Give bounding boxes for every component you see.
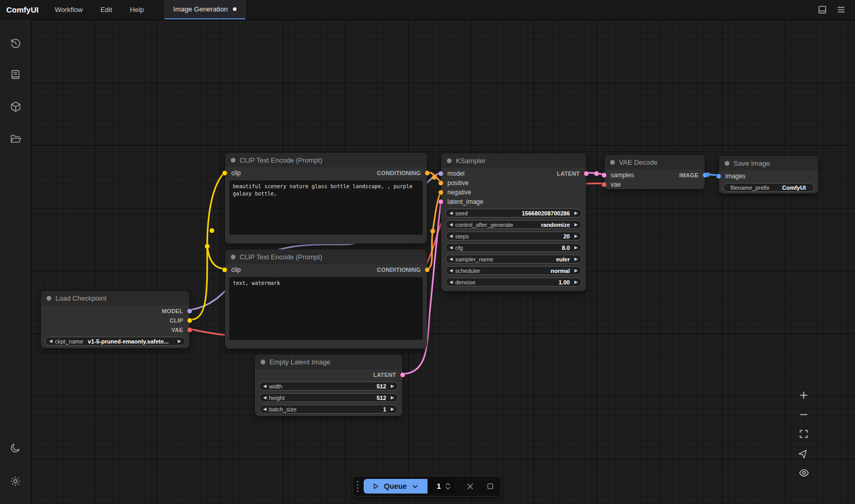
increment-arrow-icon[interactable]: ▶ [572,211,578,215]
app-logo: ComfyUI [0,0,46,19]
unsaved-changes-dot-icon [233,7,237,11]
node-title: CLIP Text Encode (Prompt) [240,253,322,261]
widget-sampler-name[interactable]: ◀ sampler_name euler ▶ [445,255,582,264]
negative-prompt-textarea[interactable]: text, watermark [229,277,423,340]
increment-arrow-icon[interactable]: ▶ [572,234,578,238]
node-header[interactable]: Load Checkpoint [41,291,189,305]
slot-row: samples IMAGE [604,170,705,180]
increment-arrow-icon[interactable]: ▶ [572,223,578,227]
drag-handle-icon[interactable] [357,481,358,492]
port-vae-input[interactable] [602,182,606,187]
increment-arrow-icon[interactable]: ▶ [572,246,578,250]
port-clip-input[interactable] [222,268,227,272]
queue-button-label: Queue [384,482,407,490]
fit-view-icon[interactable] [797,428,810,440]
node-library-icon[interactable] [0,61,31,88]
decrement-arrow-icon[interactable]: ◀ [263,384,269,388]
decrement-arrow-icon[interactable]: ◀ [49,339,55,343]
toggle-link-visibility-eye-icon[interactable] [797,466,810,479]
widget-label: control_after_generate [455,222,513,228]
increment-arrow-icon[interactable]: ▶ [572,280,578,284]
port-clip-input[interactable] [222,171,227,176]
decrement-arrow-icon[interactable]: ◀ [449,269,455,273]
stepper-down-icon[interactable] [445,486,451,490]
input-label: clip [231,169,241,177]
node-header[interactable]: VAE Decode [604,155,705,169]
increment-arrow-icon[interactable]: ▶ [572,269,578,273]
decrement-arrow-icon[interactable]: ◀ [263,396,269,400]
port-image-output[interactable] [703,173,707,178]
node-header[interactable]: Empty Latent Image [255,354,402,369]
positive-prompt-textarea[interactable]: beautiful scenery nature glass bottle la… [229,180,423,235]
node-status-dot-icon [610,160,615,165]
port-latent-output[interactable] [584,171,589,176]
widget-control-after-generate[interactable]: ◀ control_after_generate randomize ▶ [445,220,582,229]
queue-button[interactable]: Queue [364,479,428,494]
widget-steps[interactable]: ◀ steps 20 ▶ [445,232,582,240]
port-model-output[interactable] [187,309,192,314]
port-conditioning-output[interactable] [425,268,430,272]
theme-toggle-moon-icon[interactable] [0,434,31,461]
decrement-arrow-icon[interactable]: ◀ [449,211,455,215]
node-status-dot-icon [447,158,452,163]
zoom-out-icon[interactable] [797,408,810,421]
port-negative-input[interactable] [438,190,443,195]
widget-cfg[interactable]: ◀ cfg 8.0 ▶ [445,243,582,252]
widget-filename-prefix[interactable]: filename_prefix ComfyUI [723,183,814,192]
port-latent-output[interactable] [400,373,405,377]
menu-edit[interactable]: Edit [92,0,121,19]
node-header[interactable]: KSampler [441,153,586,168]
widget-scheduler[interactable]: ◀ scheduler normal ▶ [445,266,582,275]
widget-ckpt-name[interactable]: ◀ ckpt_name v1-5-pruned-emaonly.safete..… [45,337,185,346]
slot-row: images [719,171,818,181]
widget-batch-size[interactable]: ◀ batch_size 1 ▶ [259,405,398,414]
port-samples-input[interactable] [602,173,606,178]
port-model-input[interactable] [438,171,443,176]
clear-queue-x-icon[interactable] [466,482,475,491]
stop-square-icon[interactable] [486,482,494,490]
widget-seed[interactable]: ◀ seed 156680208700286 ▶ [445,209,582,217]
port-clip-output[interactable] [187,318,192,323]
workflows-folder-icon[interactable] [0,125,31,153]
chevron-down-icon[interactable] [411,483,419,490]
batch-count-input[interactable]: 1 [428,479,454,494]
zoom-in-icon[interactable] [797,389,810,402]
node-status-dot-icon [725,161,729,166]
decrement-arrow-icon[interactable]: ◀ [263,407,269,411]
decrement-arrow-icon[interactable]: ◀ [449,223,455,227]
decrement-arrow-icon[interactable]: ◀ [449,280,455,284]
stepper-up-icon[interactable] [445,482,451,486]
node-header[interactable]: CLIP Text Encode (Prompt) [225,249,427,264]
sidebar [0,20,31,504]
menu-workflow[interactable]: Workflow [46,0,92,19]
increment-arrow-icon[interactable]: ▶ [175,339,181,343]
increment-arrow-icon[interactable]: ▶ [388,407,394,411]
tab-image-generation[interactable]: Image Generation [164,0,245,19]
increment-arrow-icon[interactable]: ▶ [388,384,394,388]
queue-history-icon[interactable] [0,29,31,56]
model-library-icon[interactable] [0,93,31,120]
port-conditioning-output[interactable] [425,171,430,176]
batch-count-value: 1 [433,482,445,490]
widget-label: sampler_name [455,256,493,262]
node-header[interactable]: CLIP Text Encode (Prompt) [225,153,427,167]
node-header[interactable]: Save Image [719,156,818,170]
pan-navigation-icon[interactable] [797,447,810,460]
hamburger-menu-icon[interactable] [834,3,848,17]
port-positive-input[interactable] [438,181,443,186]
widget-width[interactable]: ◀ width 512 ▶ [259,382,398,391]
port-images-input[interactable] [716,174,721,179]
decrement-arrow-icon[interactable]: ◀ [449,234,455,238]
port-vae-output[interactable] [187,328,192,333]
port-latent-image-input[interactable] [438,200,443,204]
node-title: Empty Latent Image [269,358,330,366]
widget-height[interactable]: ◀ height 512 ▶ [259,393,398,402]
widget-denoise[interactable]: ◀ denoise 1.00 ▶ [445,278,582,287]
decrement-arrow-icon[interactable]: ◀ [449,246,455,250]
menu-help[interactable]: Help [121,0,153,19]
increment-arrow-icon[interactable]: ▶ [572,257,578,261]
decrement-arrow-icon[interactable]: ◀ [449,257,455,261]
increment-arrow-icon[interactable]: ▶ [388,396,394,400]
bottom-panel-toggle-icon[interactable] [815,3,829,17]
settings-gear-icon[interactable] [0,467,31,495]
